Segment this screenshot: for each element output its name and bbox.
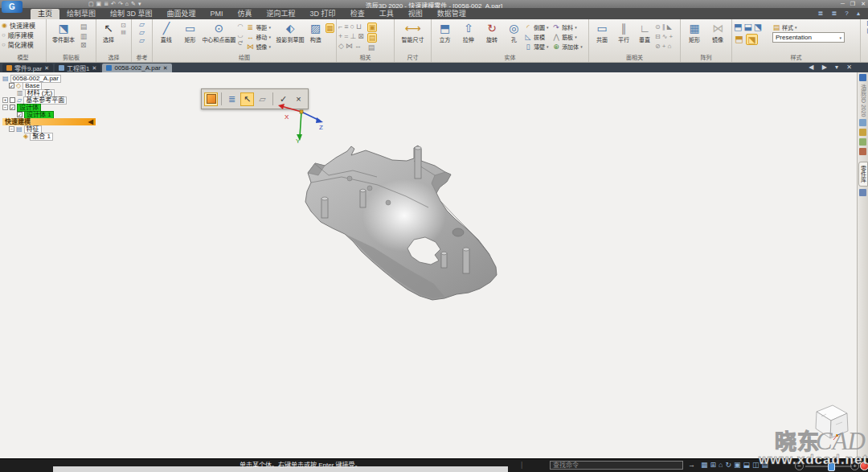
- command-search-input[interactable]: [550, 461, 683, 470]
- clipboard-small-icons[interactable]: ▤▥⊠: [79, 23, 88, 50]
- relate-highlight-icon-2[interactable]: ▤: [367, 33, 377, 43]
- checkbox-checked[interactable]: ✓: [10, 105, 15, 110]
- doc-tab-drawing1[interactable]: 工程图1 ✕: [55, 64, 100, 72]
- close-icon[interactable]: ✕: [92, 65, 97, 72]
- tab-surface[interactable]: 曲面处理: [160, 9, 203, 19]
- panel-icon[interactable]: [859, 74, 866, 81]
- box-button[interactable]: ⬒ 立方: [433, 20, 457, 43]
- sensors-icon[interactable]: [859, 148, 866, 155]
- tab-reverse[interactable]: 逆向工程: [260, 9, 303, 19]
- restore-button[interactable]: ❐: [850, 1, 855, 7]
- tab-3d-print[interactable]: 3D 打印: [303, 9, 343, 19]
- rectangle-button[interactable]: ▭ 矩形: [178, 20, 203, 43]
- thin-wall-button[interactable]: ▯ 薄壁▾: [524, 42, 552, 51]
- tab-3d-sketch[interactable]: 绘制 3D 草图: [103, 9, 160, 19]
- checkbox-checked[interactable]: ✓: [17, 112, 23, 117]
- construction-toggle-icon[interactable]: ▦: [326, 23, 334, 33]
- radio-simplified-model[interactable]: ○ 简化建模: [2, 39, 34, 49]
- relate-icons-row2[interactable]: +=⊥⊠: [338, 32, 366, 41]
- viewport[interactable]: ▤ 0058-002_A.par ✓ ◇ Base ▥ 材料 (无) + ▱ 基…: [0, 72, 868, 458]
- construction-button[interactable]: ▨ 构造: [306, 20, 326, 43]
- round-button[interactable]: ◜ 倒圆▾: [524, 23, 552, 31]
- move-button[interactable]: ↔ 移动▾: [246, 32, 274, 41]
- select-mode-button[interactable]: ↖: [240, 92, 254, 106]
- go-arrow-icon[interactable]: →: [688, 461, 695, 469]
- expand-icon[interactable]: +: [2, 97, 8, 103]
- shaded-style-icon[interactable]: ⬒: [734, 34, 744, 43]
- parts-library-tab[interactable]: 零件库: [858, 162, 868, 187]
- close-icon[interactable]: ✕: [163, 65, 168, 72]
- layers-icon[interactable]: [859, 138, 866, 146]
- face-relate-icons-row3[interactable]: ⊘+⌂: [655, 42, 674, 51]
- perpendicular-button[interactable]: ∟ 垂直: [634, 20, 655, 43]
- style-dropdown[interactable]: Presentation ▾: [772, 32, 845, 43]
- select-button[interactable]: ↖ 选择: [98, 20, 119, 43]
- tab-view[interactable]: 视图: [401, 9, 430, 19]
- checkbox-checked[interactable]: ✓: [9, 83, 14, 88]
- relate-icons-row3[interactable]: ◇⋈↔: [338, 42, 366, 51]
- view-cube-icons[interactable]: ⬒⬓⬔: [734, 23, 772, 31]
- 3d-model-part[interactable]: [293, 127, 551, 332]
- ref-plane-icon[interactable]: ▱: [138, 20, 146, 28]
- ref-plane-icon[interactable]: ▱: [138, 28, 146, 36]
- draft-button[interactable]: ◺ 拔模: [524, 32, 552, 41]
- doc-tab-part9[interactable]: 零件9.par ✕: [2, 64, 53, 72]
- arc-icons[interactable]: ◠◡↻: [235, 23, 244, 47]
- app-logo-icon[interactable]: G: [2, 1, 23, 13]
- shaded-style-active-icon[interactable]: ⬔: [746, 34, 758, 45]
- line-button[interactable]: ╱ 直线: [154, 20, 178, 43]
- tab-home[interactable]: 主页: [31, 9, 59, 19]
- tab-tools[interactable]: 工具: [372, 9, 401, 19]
- parallel-button[interactable]: ∥ 平行: [613, 20, 634, 43]
- radio-ordered-model[interactable]: ○ 顺序建模: [2, 30, 34, 39]
- pattern-mirror-button[interactable]: ⋈ 镜像: [706, 20, 729, 43]
- face-relate-icons-row2[interactable]: ⊟∿+: [655, 32, 674, 41]
- library-icon[interactable]: [859, 119, 866, 126]
- doc-tab-nav-controls[interactable]: ◀ ▶ ▾ ✕: [809, 64, 855, 71]
- favorites-icon[interactable]: [859, 129, 866, 136]
- select-small-icons[interactable]: ⊡≣: [119, 23, 128, 36]
- tab-inspect[interactable]: 检查: [343, 9, 372, 19]
- relate-more-icon[interactable]: ▤: [367, 43, 375, 51]
- tools-icon[interactable]: [859, 189, 866, 196]
- revolve-button[interactable]: ↻ 旋转: [480, 20, 503, 43]
- active-tool-button[interactable]: [204, 92, 218, 106]
- hole-button[interactable]: ◎ 孔: [504, 20, 524, 43]
- add-body-button[interactable]: ⊕ 添加体▾: [552, 42, 587, 51]
- plane-mode-button[interactable]: ▱: [256, 92, 269, 106]
- face-relate-icons-row1[interactable]: ⊙∥◣: [655, 23, 674, 31]
- checkbox-unchecked[interactable]: [10, 97, 15, 103]
- tab-pmi[interactable]: PMI: [203, 9, 231, 19]
- tree-item-quick-model[interactable]: 快速建模 ◀: [2, 118, 96, 125]
- ref-plane-icon[interactable]: ▱: [138, 36, 146, 44]
- tab-data-manage[interactable]: 数据管理: [430, 9, 473, 19]
- part-copy-button[interactable]: ⬔ 零件副本: [48, 20, 79, 43]
- options-list-button[interactable]: ≣: [225, 92, 239, 106]
- tab-sketch[interactable]: 绘制草图: [59, 9, 103, 19]
- project-to-sketch-button[interactable]: ⬖ 投影到草图: [275, 20, 306, 43]
- relate-icons-row1[interactable]: ⌐≡○⊔: [338, 23, 366, 31]
- close-button[interactable]: ✕: [861, 1, 866, 7]
- close-icon[interactable]: ✕: [44, 65, 49, 72]
- circle-button[interactable]: ⊙ 中心和点画圆: [202, 20, 235, 43]
- relate-highlight-icon-1[interactable]: ▣: [367, 23, 377, 32]
- smart-dimension-button[interactable]: ⟷ 智能尺寸: [396, 20, 429, 43]
- tree-item-design-body-1[interactable]: ✓ 设计体 1: [17, 111, 96, 118]
- minimize-button[interactable]: ─: [841, 1, 845, 7]
- style-menu-button[interactable]: ▤ 样式▾: [772, 23, 853, 31]
- extrude-button[interactable]: ⇧ 拉伸: [457, 20, 480, 43]
- cut-button[interactable]: ↷ 除料▾: [552, 23, 587, 31]
- tree-root[interactable]: ▤ 0058-002_A.par: [2, 75, 96, 82]
- pattern-rect-button[interactable]: ▦ 矩形: [682, 20, 706, 43]
- radio-quick-model[interactable]: ◉ 快速建模: [2, 20, 35, 30]
- tab-simulation[interactable]: 仿真: [231, 9, 260, 19]
- ribbon-options-icons[interactable]: ≣ ≣ ? ▴: [817, 10, 863, 17]
- offset-button[interactable]: ≣ 等距▾: [246, 23, 274, 31]
- collapse-icon[interactable]: −: [2, 105, 8, 110]
- collapse-icon[interactable]: −: [9, 126, 14, 132]
- rib-button[interactable]: ⋀ 筋板▾: [552, 32, 587, 41]
- tree-item-aggregate[interactable]: ◈ 聚合 1: [23, 133, 96, 140]
- doc-tab-0058-002-a[interactable]: 0058-002_A.par ✕: [102, 64, 171, 72]
- overflow-cube-icons[interactable]: ⊞⊞: [865, 20, 868, 35]
- collapse-arrow-icon[interactable]: ◀: [88, 118, 93, 125]
